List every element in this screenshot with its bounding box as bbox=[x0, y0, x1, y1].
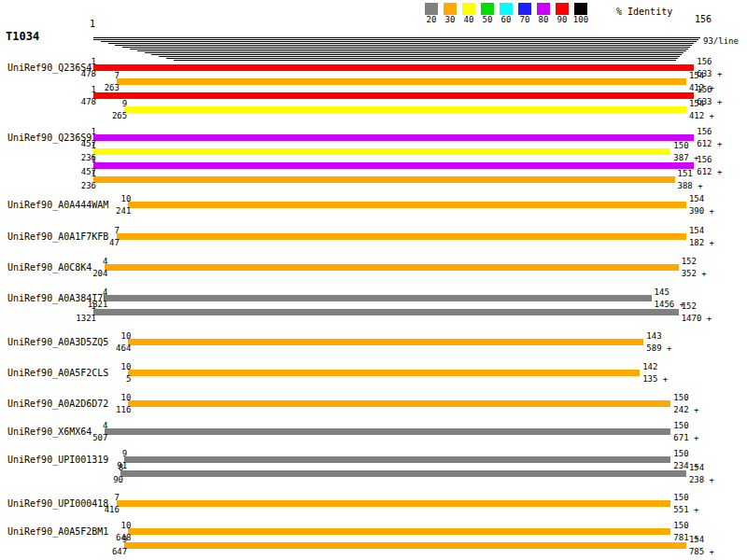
query-start-coord: 10 bbox=[56, 332, 131, 341]
query-start-coord: 1 bbox=[21, 302, 96, 311]
coverage-bar bbox=[128, 339, 643, 345]
fan-line bbox=[93, 39, 698, 40]
hit-end-strand: 589 + bbox=[646, 344, 671, 353]
coverage-bar bbox=[105, 428, 670, 435]
query-end-coord: 150 bbox=[673, 142, 688, 150]
coverage-bar bbox=[128, 202, 686, 208]
query-end-coord: 150 bbox=[673, 422, 688, 430]
query-end-coord: 152 bbox=[682, 302, 697, 311]
query-start-coord: 9 bbox=[52, 536, 127, 544]
query-end-coord: 150 bbox=[673, 450, 688, 458]
coverage-bar bbox=[93, 162, 694, 169]
hit-start-coord: 265 bbox=[52, 112, 127, 120]
hit-end-strand: 551 + bbox=[673, 506, 698, 514]
query-start-coord: 1 bbox=[21, 128, 96, 136]
query-end-coord: 150 bbox=[673, 522, 688, 530]
hit-start-coord: 116 bbox=[56, 406, 131, 414]
query-start-coord: 7 bbox=[45, 494, 120, 502]
hit-start-coord: 416 bbox=[45, 506, 120, 514]
query-end-coord: 145 bbox=[655, 288, 669, 297]
query-start-coord: 1 bbox=[21, 170, 96, 178]
coverage-bar bbox=[93, 309, 679, 315]
hit-end-strand: 135 + bbox=[642, 375, 668, 384]
hit-end-strand: 238 + bbox=[689, 476, 714, 484]
query-end-coord: 152 bbox=[682, 258, 697, 266]
query-start-coord: 1 bbox=[21, 58, 96, 66]
coverage-bar bbox=[117, 78, 686, 85]
coverage-bar bbox=[93, 64, 694, 71]
legend-swatch-70 bbox=[518, 3, 531, 15]
query-end-coord: 151 bbox=[678, 170, 693, 178]
query-end-coord: 150 bbox=[673, 494, 688, 502]
legend-swatch-60 bbox=[500, 3, 513, 15]
query-end-coord: 154 bbox=[689, 536, 704, 544]
hit-start-coord: 90 bbox=[49, 476, 123, 484]
query-end-coord: 142 bbox=[642, 363, 657, 371]
fan-line bbox=[151, 54, 682, 55]
hit-end-strand: 390 + bbox=[689, 207, 714, 216]
hit-start-coord: 1321 bbox=[21, 315, 96, 323]
query-start-coord: 7 bbox=[45, 72, 120, 80]
hit-start-coord: 236 bbox=[21, 182, 96, 190]
coverage-bar bbox=[124, 456, 670, 463]
coverage-bar bbox=[93, 176, 675, 183]
legend-swatch-90 bbox=[556, 3, 569, 15]
hit-end-strand: 612 + bbox=[697, 168, 722, 176]
query-start-coord: 10 bbox=[56, 394, 131, 402]
hit-end-strand: 1456 + bbox=[655, 301, 685, 309]
coverage-bar bbox=[128, 370, 640, 376]
coverage-bar bbox=[117, 500, 670, 507]
fan-line bbox=[159, 56, 680, 57]
query-title: T1034 bbox=[6, 31, 39, 42]
query-end-coord: 154 bbox=[689, 100, 704, 108]
hit-start-coord: 241 bbox=[56, 207, 131, 216]
hit-end-strand: 412 + bbox=[689, 112, 714, 120]
query-start-coord: 7 bbox=[45, 227, 120, 235]
query-start-coord: 10 bbox=[56, 195, 131, 203]
hit-end-strand: 612 + bbox=[697, 140, 722, 148]
hit-start-coord: 647 bbox=[52, 548, 127, 556]
hit-end-strand: 388 + bbox=[678, 182, 703, 190]
legend-swatch-30 bbox=[444, 3, 457, 15]
coverage-bar bbox=[128, 400, 670, 407]
query-start-coord: 9 bbox=[52, 100, 127, 108]
fan-line bbox=[122, 47, 690, 48]
hit-start-coord: 47 bbox=[45, 239, 120, 247]
coverage-bar bbox=[128, 528, 670, 535]
legend-swatch-50 bbox=[481, 3, 494, 15]
legend-swatch-80 bbox=[537, 3, 550, 15]
fan-line bbox=[93, 37, 700, 38]
hit-start-coord: 507 bbox=[33, 434, 107, 442]
ruler-start-label: 1 bbox=[90, 20, 95, 29]
hit-start-coord: 5 bbox=[56, 375, 131, 384]
coverage-bar bbox=[120, 470, 686, 477]
query-end-coord: 143 bbox=[646, 332, 661, 341]
query-start-coord: 4 bbox=[33, 422, 107, 430]
coverage-bar bbox=[93, 92, 694, 99]
query-start-coord: 1 bbox=[21, 142, 96, 150]
hit-end-strand: 182 + bbox=[689, 239, 714, 247]
hit-end-strand: 671 + bbox=[673, 434, 698, 442]
coverage-bar bbox=[117, 233, 686, 240]
alignment-overview: T1034 % Identity 2030405060708090100 1 1… bbox=[0, 0, 747, 560]
query-end-coord: 154 bbox=[689, 227, 704, 235]
ruler-end-label: 156 bbox=[695, 15, 712, 24]
query-start-coord: 4 bbox=[33, 258, 107, 266]
ruler-wrap-label: 93/line bbox=[703, 37, 739, 46]
query-end-coord: 154 bbox=[689, 72, 704, 80]
coverage-bar bbox=[124, 542, 686, 549]
hit-end-strand: 352 + bbox=[682, 270, 707, 278]
fan-line bbox=[108, 43, 695, 44]
legend-title: % Identity bbox=[616, 7, 672, 17]
query-end-coord: 156 bbox=[697, 156, 712, 164]
hit-end-strand: 242 + bbox=[673, 406, 698, 414]
fan-line bbox=[145, 52, 684, 53]
coverage-bar bbox=[93, 134, 694, 141]
hit-start-coord: 204 bbox=[33, 270, 107, 278]
query-end-coord: 156 bbox=[697, 86, 712, 94]
query-end-coord: 156 bbox=[697, 128, 712, 136]
query-end-coord: 150 bbox=[673, 394, 688, 402]
fan-line bbox=[115, 45, 692, 46]
coverage-bar bbox=[105, 264, 678, 271]
coverage-bar bbox=[93, 148, 670, 155]
